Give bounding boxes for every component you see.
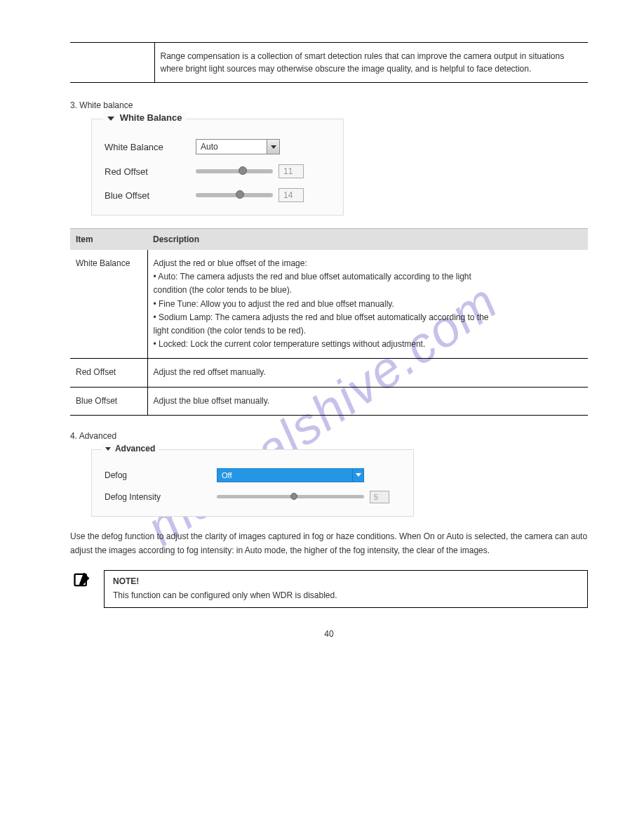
dropdown-icon[interactable] [267, 140, 279, 154]
red-offset-slider[interactable] [196, 169, 273, 173]
wb-legend-text: White Balance [120, 112, 182, 123]
table-cell-desc: Adjust the red or blue offset of the ima… [147, 250, 588, 359]
table-cell-item: White Balance [70, 250, 147, 359]
red-offset-value[interactable]: 11 [279, 164, 304, 178]
note-edit-icon [70, 570, 94, 590]
wb-mode-row: White Balance Auto [105, 139, 330, 154]
defog-label: Defog [105, 470, 217, 480]
red-offset-label: Red Offset [105, 166, 196, 177]
red-offset-thumb[interactable] [239, 166, 247, 175]
table-row: Blue OffsetAdjust the blue offset manual… [70, 387, 588, 415]
chevron-down-icon [107, 117, 114, 121]
defog-intensity-slider[interactable] [217, 495, 364, 498]
wb-mode-label: White Balance [105, 142, 196, 152]
top-text-line1: Range compensation is a collection of sm… [161, 51, 527, 61]
advanced-panel: Advanced Defog Off Defog Intensity 5 [91, 449, 414, 517]
table-cell-item: Blue Offset [70, 387, 147, 415]
blue-offset-slider[interactable] [196, 193, 273, 197]
table-cell-item: Red Offset [70, 359, 147, 387]
page-number: 40 [70, 629, 588, 639]
defog-intensity-value[interactable]: 5 [370, 491, 389, 503]
table-row: Red OffsetAdjust the red offset manually… [70, 359, 588, 387]
note-text: This function can be configured only whe… [113, 589, 579, 602]
wb-mode-value: Auto [196, 142, 267, 152]
chevron-down-icon [105, 447, 111, 451]
blue-offset-label: Blue Offset [105, 190, 196, 201]
page-content: Range compensation is a collection of sm… [0, 0, 644, 667]
table-header-item: Item [70, 229, 147, 251]
wb-description-table: Item Description White BalanceAdjust the… [70, 228, 588, 416]
defog-intensity-thumb[interactable] [290, 493, 297, 500]
note-label: NOTE! [113, 576, 579, 586]
adv-legend-text: Advanced [115, 444, 155, 454]
defog-select[interactable]: Off [217, 468, 364, 482]
defog-row: Defog Off [105, 468, 401, 482]
wb-legend: White Balance [103, 112, 186, 123]
defog-intensity-label: Defog Intensity [105, 492, 217, 502]
section-heading-advanced: 4. Advanced [70, 431, 588, 441]
top-text-line3: face detection. [476, 64, 531, 74]
table-row: White BalanceAdjust the red or blue offs… [70, 250, 588, 359]
top-table-cell-right: Range compensation is a collection of sm… [154, 43, 588, 83]
red-offset-row: Red Offset 11 [105, 164, 330, 178]
note-box: NOTE! This function can be configured on… [70, 570, 588, 608]
dropdown-icon[interactable] [352, 469, 363, 482]
advanced-description: Use the defog function to adjust the cla… [70, 529, 588, 558]
blue-offset-row: Blue Offset 14 [105, 188, 330, 202]
adv-legend: Advanced [102, 444, 159, 454]
wb-mode-select[interactable]: Auto [196, 139, 280, 154]
table-header-desc: Description [147, 229, 588, 251]
defog-intensity-row: Defog Intensity 5 [105, 491, 401, 503]
top-table-cell-left [70, 43, 154, 83]
table-cell-desc: Adjust the blue offset manually. [147, 387, 588, 415]
blue-offset-thumb[interactable] [236, 190, 244, 199]
note-frame: NOTE! This function can be configured on… [104, 570, 588, 608]
blue-offset-value[interactable]: 14 [279, 188, 304, 202]
white-balance-panel: White Balance White Balance Auto Red Off… [91, 119, 344, 216]
table-body: White BalanceAdjust the red or blue offs… [70, 250, 588, 415]
top-table: Range compensation is a collection of sm… [70, 42, 588, 83]
table-cell-desc: Adjust the red offset manually. [147, 359, 588, 387]
section-heading-white-balance: 3. White balance [70, 100, 588, 110]
defog-value: Off [217, 471, 352, 479]
